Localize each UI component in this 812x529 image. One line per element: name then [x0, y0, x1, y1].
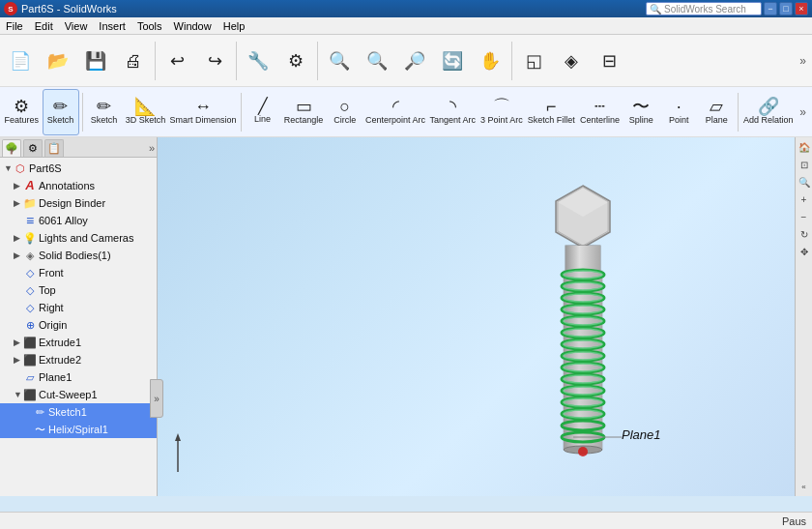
tree-extrude1-label: Extrude1	[39, 337, 81, 348]
flyout-zoom-sel[interactable]: 🔍	[797, 174, 812, 190]
tree-item-plane1[interactable]: ▱ Plane1	[0, 368, 157, 386]
tb-new[interactable]: 📄	[2, 38, 39, 84]
tree-item-origin[interactable]: ⊕ Origin	[0, 316, 157, 334]
flyout-pan[interactable]: ✥	[797, 244, 812, 259]
tree-root-label: Part6S	[29, 162, 62, 174]
menu-view[interactable]: View	[59, 17, 94, 34]
tb-display[interactable]: ◈	[553, 38, 590, 84]
tb-circle[interactable]: ○ Circle	[327, 89, 363, 135]
tb-smart-dim[interactable]: ↔ Smart Dimension	[168, 89, 237, 135]
tree-item-6061-alloy[interactable]: ≡ 6061 Alloy	[0, 212, 157, 229]
toolbar-expand-2[interactable]: »	[796, 102, 810, 123]
tree-front-label: Front	[39, 267, 64, 279]
tb-options[interactable]: ⚙	[277, 38, 314, 84]
tree-item-lights-cameras[interactable]: ▶ 💡 Lights and Cameras	[0, 229, 157, 247]
menu-file[interactable]: File	[0, 17, 29, 34]
tb-3point-arc[interactable]: ⌒ 3 Point Arc	[478, 89, 525, 135]
sep6	[241, 93, 242, 132]
tree-helix-spiral1-label: Helix/Spiral1	[48, 424, 108, 435]
tree-item-helix-spiral1[interactable]: 〜 Helix/Spiral1	[0, 421, 157, 438]
toolbar-expand-1[interactable]: »	[796, 50, 810, 72]
flyout-zoom-in[interactable]: +	[797, 191, 812, 207]
flyout-zoom-fit[interactable]: ⊡	[797, 157, 812, 172]
tb-zoom-in[interactable]: 🔎	[396, 38, 433, 84]
minimize-button[interactable]: −	[764, 2, 777, 15]
sep5	[82, 93, 83, 132]
window-title: Part6S - SolidWorks	[21, 3, 117, 15]
search-box[interactable]: 🔍 SolidWorks Search	[646, 2, 762, 15]
tb-zoom-sel[interactable]: 🔍	[359, 38, 395, 84]
tb-add-relation[interactable]: 🔗 Add Relation	[741, 89, 795, 135]
axis-indicator	[171, 433, 185, 477]
panel-tab-expand[interactable]: »	[149, 139, 155, 157]
tb-plane[interactable]: ▱ Plane	[698, 89, 735, 135]
right-flyout-panel: 🏠 ⊡ 🔍 + − ↻ ✥ «	[795, 137, 812, 496]
sep4	[511, 42, 512, 80]
search-icon: 🔍	[650, 4, 661, 15]
tb-undo[interactable]: ↩	[159, 38, 195, 84]
tb-pan[interactable]: ✋	[472, 38, 508, 84]
titlebar-left: S Part6S - SolidWorks	[4, 2, 117, 15]
viewport[interactable]: Plane1	[158, 137, 795, 496]
flyout-expand[interactable]: «	[797, 479, 812, 494]
feature-tree[interactable]: ▼ ⬡ Part6S ▶ A Annotations ▶ 📁 Design Bi…	[0, 158, 157, 496]
tb-rectangle[interactable]: ▭ Rectangle	[282, 89, 326, 135]
tb-point[interactable]: · Point	[660, 89, 697, 135]
tb-spline[interactable]: 〜 Spline	[623, 89, 659, 135]
tb-sketch[interactable]: ✏ Sketch	[85, 89, 122, 135]
flyout-zoom-out[interactable]: −	[797, 209, 812, 224]
tb-sketch-fillet[interactable]: ⌐ Sketch Fillet	[526, 89, 577, 135]
tree-item-right[interactable]: ◇ Right	[0, 299, 157, 316]
maximize-button[interactable]: □	[779, 2, 793, 15]
tb-line[interactable]: ╱ Line	[245, 89, 281, 135]
sep2	[236, 42, 237, 80]
left-panel: 🌳 ⚙ 📋 » ▼ ⬡ Part6S ▶ A Annotations ▶	[0, 137, 158, 496]
menu-tools[interactable]: Tools	[131, 17, 168, 34]
panel-collapse-button[interactable]: »	[150, 379, 163, 418]
close-button[interactable]: ×	[795, 2, 808, 15]
svg-marker-39	[175, 433, 181, 441]
tree-item-top[interactable]: ◇ Top	[0, 281, 157, 299]
tb-rebuild[interactable]: 🔧	[240, 38, 276, 84]
tb-3dsketch[interactable]: 📐 3D Sketch	[123, 89, 167, 135]
tb-rotate[interactable]: 🔄	[434, 38, 471, 84]
tree-item-sketch1[interactable]: ✏ Sketch1	[0, 403, 157, 421]
menu-window[interactable]: Window	[168, 17, 218, 34]
panel-tab-tree[interactable]: 🌳	[2, 139, 21, 157]
panel-tab-props[interactable]: ⚙	[23, 139, 43, 157]
sep7	[738, 93, 739, 132]
flyout-rotate[interactable]: ↻	[797, 226, 812, 242]
tree-lights-cameras-label: Lights and Cameras	[39, 232, 133, 244]
tb-features[interactable]: ⚙ Features	[2, 89, 42, 135]
tb-tangent-arc[interactable]: ◝ Tangent Arc	[427, 89, 478, 135]
panel-tab-config[interactable]: 📋	[44, 139, 64, 157]
tb-sketch-tab[interactable]: ✏ Sketch	[43, 89, 79, 135]
tb-view-orient[interactable]: ◱	[515, 38, 552, 84]
tree-item-solid-bodies[interactable]: ▶ ◈ Solid Bodies(1)	[0, 247, 157, 264]
tb-centerpoint-arc[interactable]: ◜ Centerpoint Arc	[364, 89, 427, 135]
tb-open[interactable]: 📂	[40, 38, 76, 84]
tree-solid-bodies-label: Solid Bodies(1)	[39, 250, 111, 261]
tree-item-extrude1[interactable]: ▶ ⬛ Extrude1	[0, 334, 157, 351]
tb-zoom-fit[interactable]: 🔍	[321, 38, 358, 84]
menu-insert[interactable]: Insert	[93, 17, 131, 34]
menu-help[interactable]: Help	[218, 17, 251, 34]
toolbar-row-1: 📄 📂 💾 🖨 ↩ ↪ 🔧 ⚙ 🔍 🔍 🔎 🔄 ✋ ◱ ◈ ⊟ »	[0, 35, 812, 87]
tree-item-annotations[interactable]: ▶ A Annotations	[0, 177, 157, 194]
tree-item-design-binder[interactable]: ▶ 📁 Design Binder	[0, 194, 157, 212]
tb-print[interactable]: 🖨	[115, 38, 152, 84]
panel-tabs: 🌳 ⚙ 📋 »	[0, 137, 157, 158]
tb-section[interactable]: ⊟	[591, 38, 627, 84]
statusbar-right: Paus	[782, 515, 806, 527]
tb-centerline[interactable]: ┄ Centerline	[578, 89, 623, 135]
tree-item-root[interactable]: ▼ ⬡ Part6S	[0, 160, 157, 177]
flyout-home[interactable]: 🏠	[797, 139, 812, 155]
tree-item-cut-sweep1[interactable]: ▼ ⬛ Cut-Sweep1	[0, 386, 157, 403]
tree-item-front[interactable]: ◇ Front	[0, 264, 157, 281]
tree-item-extrude2[interactable]: ▶ ⬛ Extrude2	[0, 351, 157, 368]
tb-save[interactable]: 💾	[77, 38, 114, 84]
menubar: File Edit View Insert Tools Window Help	[0, 17, 812, 35]
tb-redo[interactable]: ↪	[196, 38, 233, 84]
titlebar-controls: 🔍 SolidWorks Search − □ ×	[646, 2, 808, 15]
menu-edit[interactable]: Edit	[29, 17, 59, 34]
